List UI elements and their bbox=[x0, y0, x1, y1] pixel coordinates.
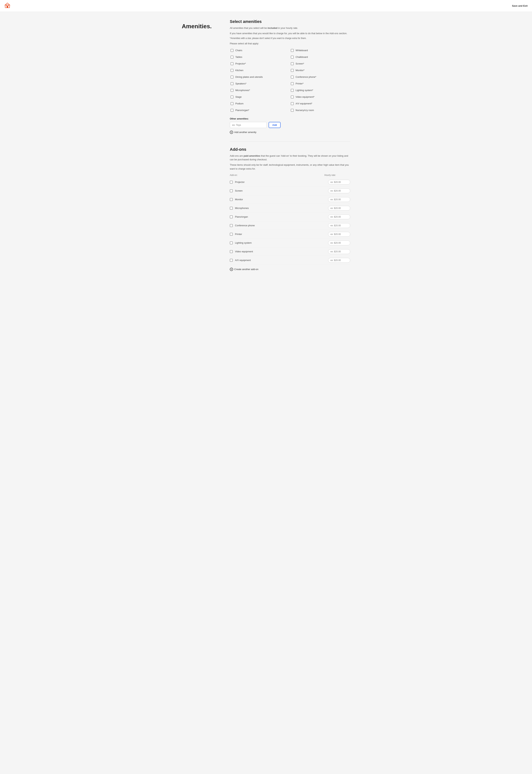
amenity-chalkboard: Chalkboard bbox=[290, 54, 350, 60]
addon-rate-lighting[interactable] bbox=[328, 241, 350, 245]
amenity-label-piano: Piano/organ* bbox=[235, 109, 249, 112]
addon-rate-screen[interactable] bbox=[328, 188, 350, 193]
amenity-label-screen: Screen* bbox=[296, 62, 304, 65]
amenity-label-microphones: Microphones* bbox=[235, 89, 250, 92]
amenity-checkbox-dining[interactable] bbox=[231, 76, 233, 79]
amenity-checkbox-conference-phone[interactable] bbox=[291, 76, 294, 79]
logo bbox=[4, 2, 10, 9]
addon-label-video: Video equipment bbox=[235, 250, 328, 253]
addon-row-lighting: Lighting system bbox=[230, 239, 350, 247]
addon-checkbox-projector[interactable] bbox=[230, 181, 233, 184]
amenities-desc2: If you have amenities that you would lik… bbox=[230, 32, 350, 35]
other-amenity-input[interactable] bbox=[230, 122, 267, 128]
amenity-projector: Projector* bbox=[230, 60, 290, 67]
amenity-checkbox-monitor[interactable] bbox=[291, 69, 294, 72]
amenity-label-chairs: Chairs bbox=[235, 49, 242, 52]
addon-rate-conference[interactable] bbox=[328, 223, 350, 228]
page-title: Amenities. bbox=[182, 23, 222, 30]
amenity-checkbox-nursery[interactable] bbox=[291, 109, 294, 112]
amenity-checkbox-speakers[interactable] bbox=[231, 82, 233, 85]
amenity-label-projector: Projector* bbox=[235, 62, 246, 65]
amenity-checkbox-chalkboard[interactable] bbox=[291, 56, 294, 59]
select-amenities-section: Select amenities All amenities that you … bbox=[230, 19, 350, 134]
amenity-checkbox-chairs[interactable] bbox=[231, 49, 233, 52]
amenity-checkbox-printer[interactable] bbox=[291, 82, 294, 85]
addons-column-headers: Add-on: Hourly rate: bbox=[230, 174, 350, 176]
amenity-label-speakers: Speakers* bbox=[235, 82, 246, 85]
amenity-kitchen: Kitchen bbox=[230, 67, 290, 74]
amenity-checkbox-podium[interactable] bbox=[231, 102, 233, 105]
addon-rate-projector[interactable] bbox=[328, 180, 350, 185]
addon-row-monitor: Monitor bbox=[230, 195, 350, 204]
amenity-microphones: Microphones* bbox=[230, 87, 290, 94]
addon-row-conference: Conference phone bbox=[230, 221, 350, 230]
addon-rate-microphones[interactable] bbox=[328, 206, 350, 211]
addon-label-projector: Projector bbox=[235, 181, 328, 183]
amenities-col2: Whiteboard Chalkboard Screen* Monitor* bbox=[290, 47, 350, 114]
select-amenities-title: Select amenities bbox=[230, 19, 350, 24]
main-content: Select amenities All amenities that you … bbox=[222, 19, 350, 271]
amenity-checkbox-lighting[interactable] bbox=[291, 89, 294, 92]
addons-desc2: These items should only be for staff, te… bbox=[230, 163, 350, 171]
amenity-chairs: Chairs bbox=[230, 47, 290, 54]
addon-label-screen: Screen bbox=[235, 189, 328, 192]
amenity-checkbox-stage[interactable] bbox=[231, 96, 233, 98]
amenity-checkbox-kitchen[interactable] bbox=[231, 69, 233, 72]
create-addon-label: Create another add-on bbox=[234, 268, 258, 271]
amenity-label-whiteboard: Whiteboard bbox=[296, 49, 308, 52]
amenity-av: A/V equipment* bbox=[290, 100, 350, 107]
add-another-amenity-label: Add another amenity bbox=[234, 131, 256, 134]
save-exit-button[interactable]: Save and Exit bbox=[512, 4, 528, 7]
select-label: Please select all that apply: bbox=[230, 42, 350, 45]
addons-title: Add-ons bbox=[230, 147, 350, 152]
addon-rate-video[interactable] bbox=[328, 249, 350, 254]
amenity-checkbox-tables[interactable] bbox=[231, 56, 233, 59]
addon-checkbox-video[interactable] bbox=[230, 250, 233, 253]
addon-rate-piano[interactable] bbox=[328, 214, 350, 219]
header: Save and Exit bbox=[0, 0, 532, 12]
addon-rate-printer[interactable] bbox=[328, 232, 350, 237]
addon-rate-monitor[interactable] bbox=[328, 197, 350, 202]
amenity-label-tables: Tables bbox=[235, 56, 242, 58]
amenity-checkbox-whiteboard[interactable] bbox=[291, 49, 294, 52]
amenities-desc1: All amenities that you select will be in… bbox=[230, 26, 350, 30]
addon-rate-av[interactable] bbox=[328, 258, 350, 263]
star-note: *Amenities with a star, please don't sel… bbox=[230, 37, 350, 40]
add-another-amenity-link[interactable]: + Add another amenity bbox=[230, 131, 350, 134]
addons-col-rate-header: Hourly rate: bbox=[324, 174, 350, 176]
amenity-video: Video equipment* bbox=[290, 94, 350, 100]
amenity-stage: Stage bbox=[230, 94, 290, 100]
amenity-checkbox-av[interactable] bbox=[291, 102, 294, 105]
amenity-tables: Tables bbox=[230, 54, 290, 60]
addon-label-printer: Printer bbox=[235, 233, 328, 236]
addon-checkbox-piano[interactable] bbox=[230, 215, 233, 218]
amenity-podium: Podium bbox=[230, 100, 290, 107]
addon-row-microphones: Microphones bbox=[230, 204, 350, 213]
addon-checkbox-screen[interactable] bbox=[230, 189, 233, 192]
amenity-label-conference-phone: Conference phone* bbox=[296, 76, 316, 78]
addon-checkbox-microphones[interactable] bbox=[230, 207, 233, 210]
addon-checkbox-conference[interactable] bbox=[230, 224, 233, 227]
addon-checkbox-lighting[interactable] bbox=[230, 241, 233, 244]
addon-checkbox-monitor[interactable] bbox=[230, 198, 233, 201]
amenity-checkbox-projector[interactable] bbox=[231, 62, 233, 65]
amenity-label-dining: Dining plates and utensils bbox=[235, 76, 263, 78]
amenity-whiteboard: Whiteboard bbox=[290, 47, 350, 54]
amenity-label-stage: Stage bbox=[235, 96, 242, 98]
amenities-grid: Chairs Tables Projector* Kitchen bbox=[230, 47, 350, 114]
amenity-monitor: Monitor* bbox=[290, 67, 350, 74]
add-amenity-button[interactable]: Add bbox=[269, 122, 281, 128]
amenity-checkbox-piano[interactable] bbox=[231, 109, 233, 112]
addon-checkbox-av[interactable] bbox=[230, 259, 233, 262]
other-amenities-row: Add bbox=[230, 122, 350, 128]
addons-section: Add-ons Add-ons are paid amenities that … bbox=[230, 147, 350, 271]
addon-label-av: A/V equipment bbox=[235, 259, 328, 262]
amenity-checkbox-microphones[interactable] bbox=[231, 89, 233, 92]
amenity-checkbox-screen[interactable] bbox=[291, 62, 294, 65]
addon-checkbox-printer[interactable] bbox=[230, 233, 233, 236]
amenity-speakers: Speakers* bbox=[230, 80, 290, 87]
amenity-piano: Piano/organ* bbox=[230, 107, 290, 114]
amenity-checkbox-video[interactable] bbox=[291, 96, 294, 98]
create-addon-link[interactable]: + Create another add-on bbox=[230, 268, 350, 271]
addon-row-printer: Printer bbox=[230, 230, 350, 239]
